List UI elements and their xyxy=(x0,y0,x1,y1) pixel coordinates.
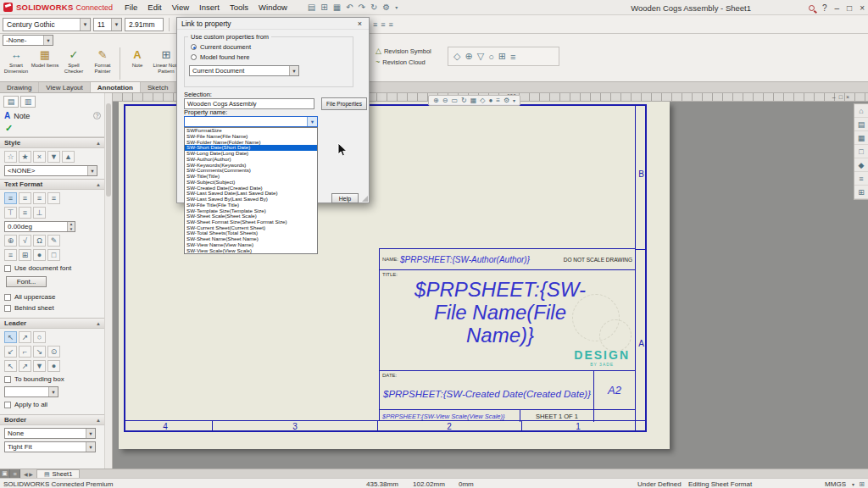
leader-icon[interactable]: ↗ xyxy=(19,331,31,343)
design-library-icon[interactable]: ▤ xyxy=(854,118,868,131)
panel-scrollbar[interactable] xyxy=(104,93,112,469)
to-bounding-box-checkbox[interactable]: To bounding box xyxy=(4,375,101,383)
border-fit-combo[interactable]: Tight Fit ▼ xyxy=(4,441,96,452)
no-leader-icon[interactable]: ○ xyxy=(33,331,46,343)
format-painter-button[interactable]: ✎ Format Painter xyxy=(88,47,117,75)
align-middle-icon[interactable]: ≡ xyxy=(19,207,31,219)
spell-checker-button[interactable]: ✓ Spell Checker xyxy=(59,47,88,75)
revision-cloud-button[interactable]: ~ Revision Cloud xyxy=(376,58,431,66)
scrollbar-thumb[interactable] xyxy=(106,103,111,197)
auto-leader-icon[interactable]: ↖ xyxy=(4,331,17,343)
link-to-property-icon[interactable]: √ xyxy=(19,235,31,247)
appearance-icon[interactable]: ≡ xyxy=(496,97,500,104)
rebuild-icon[interactable]: ↻ xyxy=(370,3,377,12)
doc-close-icon[interactable]: × xyxy=(846,94,849,100)
font-button[interactable]: Font... xyxy=(6,276,47,287)
align-left-icon[interactable]: ≡ xyxy=(4,192,17,204)
title-block[interactable]: NAME: $PRPSHEET:{SW-Author(Author)} DO N… xyxy=(379,248,636,421)
indent-icon[interactable]: ⊞ xyxy=(19,249,31,261)
chevron-down-icon[interactable]: ▼ xyxy=(43,36,53,45)
sheet-list-icon[interactable]: ≡ xyxy=(10,469,20,478)
maximize-icon[interactable]: □ xyxy=(847,3,852,13)
menu-item[interactable]: View xyxy=(167,3,194,12)
status-grid-icon[interactable]: ⊞ xyxy=(859,479,865,488)
note-button[interactable]: A Note xyxy=(123,47,152,69)
scale-property-text[interactable]: $PRPSHEET:{SW-View Scale(View Scale)} xyxy=(382,413,505,420)
no-favorite-icon[interactable]: ☆ xyxy=(4,151,17,163)
current-document-radio[interactable]: Current document xyxy=(191,43,251,51)
zoom-sheet-icon[interactable]: ▭ xyxy=(451,97,458,104)
hide-show-icon[interactable]: ● xyxy=(488,97,492,104)
stack-icon[interactable]: □ xyxy=(47,249,60,261)
center-mark-icon[interactable]: ⊞ xyxy=(498,51,506,62)
text-format-section-header[interactable]: Text Format ▲ xyxy=(0,179,105,190)
border-section-header[interactable]: Border ▲ xyxy=(0,414,105,425)
help-button[interactable]: Help xyxy=(331,193,359,203)
property-name-combo[interactable]: ▼ xyxy=(184,116,318,127)
save-icon[interactable]: ⊞ xyxy=(320,3,327,12)
datum-feature-icon[interactable]: ◇ xyxy=(453,51,460,62)
chevron-down-icon[interactable]: ▼ xyxy=(307,117,317,126)
arrow-style-combo[interactable]: ▼ xyxy=(4,386,58,397)
help-icon[interactable]: ? xyxy=(822,3,827,13)
configuration-tab[interactable]: ▥ xyxy=(20,96,36,108)
custom-properties-icon[interactable]: ≡ xyxy=(854,172,868,186)
font-family-combo[interactable]: Century Gothic ▼ xyxy=(3,18,91,31)
menu-item[interactable]: File xyxy=(120,3,142,12)
quickbar-dropdown-icon[interactable]: ▾ xyxy=(395,4,398,10)
bent-leader-icon[interactable]: ⌐ xyxy=(19,346,31,358)
menu-item[interactable]: Window xyxy=(253,3,292,12)
use-document-font-checkbox[interactable]: Use document font xyxy=(4,264,101,272)
spin-down-icon[interactable]: ▼ xyxy=(68,227,75,232)
all-uppercase-checkbox[interactable]: All uppercase xyxy=(4,293,101,301)
lock-note-icon[interactable]: ✎ xyxy=(47,235,60,247)
chevron-down-icon[interactable]: ▼ xyxy=(86,442,95,452)
doc-minimize-icon[interactable]: – xyxy=(832,94,836,100)
sheet-nav-arrows[interactable]: ◀ ▶ xyxy=(20,469,36,478)
tab-view-layout[interactable]: View Layout xyxy=(39,82,90,92)
view-settings-icon[interactable]: ⚙ xyxy=(504,97,509,104)
save-favorite-icon[interactable]: ▼ xyxy=(47,151,60,163)
zoom-area-icon[interactable]: ⊖ xyxy=(442,97,448,104)
home-tab-icon[interactable]: ⌂ xyxy=(854,104,868,118)
tab-annotation[interactable]: Annotation xyxy=(91,82,141,92)
style-section-header[interactable]: Style ▲ xyxy=(0,137,105,148)
align-right-icon[interactable]: ≡ xyxy=(389,20,393,29)
align-center-icon[interactable]: ≡ xyxy=(381,20,385,29)
number-format-icon[interactable]: ≡ xyxy=(4,249,17,261)
file-properties-button[interactable]: File Properties xyxy=(321,97,367,110)
align-right-icon[interactable]: ≡ xyxy=(33,192,46,204)
arrow-style-icon[interactable]: ▼ xyxy=(33,360,46,372)
print-icon[interactable]: ▦ xyxy=(333,3,341,12)
border-style-combo[interactable]: None ▼ xyxy=(4,428,96,439)
appearances-icon[interactable]: ◆ xyxy=(854,158,868,172)
minimize-icon[interactable]: – xyxy=(835,3,840,13)
display-style-icon[interactable]: ◇ xyxy=(480,97,485,104)
units-dropdown-icon[interactable]: ▾ xyxy=(852,479,854,488)
leader-nearest-icon[interactable]: ↗ xyxy=(19,360,31,372)
property-manager-tab[interactable]: ▤ xyxy=(3,96,19,108)
file-explorer-icon[interactable]: ▦ xyxy=(854,131,868,145)
view-sketch-icon[interactable]: ▦ xyxy=(470,97,477,104)
add-symbol-icon[interactable]: Ω xyxy=(33,235,46,247)
open-icon[interactable]: ▤ xyxy=(308,3,315,12)
chevron-down-icon[interactable]: ▼ xyxy=(87,166,97,175)
chevron-down-icon[interactable]: ▼ xyxy=(86,429,95,438)
forum-icon[interactable]: ⊞ xyxy=(854,186,868,199)
apply-to-all-checkbox[interactable]: Apply to all xyxy=(4,401,101,408)
title-property-text[interactable]: $PRPSHEET:{SW-File Name(File Name)} xyxy=(410,279,590,347)
chevron-down-icon[interactable]: ▾ xyxy=(513,97,515,103)
view-palette-icon[interactable]: □ xyxy=(854,145,868,158)
options-gear-icon[interactable]: ⚙ xyxy=(382,3,390,12)
redo-icon[interactable]: ↷ xyxy=(359,3,365,12)
bullet-icon[interactable]: ● xyxy=(33,249,46,261)
close-icon[interactable]: × xyxy=(355,19,364,28)
dialog-titlebar[interactable]: Link to property × xyxy=(177,18,369,30)
straight-leader-icon[interactable]: ↙ xyxy=(4,346,17,358)
status-units[interactable]: MMGS xyxy=(825,479,846,488)
load-favorite-icon[interactable]: ▲ xyxy=(62,151,75,163)
chevron-down-icon[interactable]: ▼ xyxy=(80,19,90,30)
dot-style-icon[interactable]: ● xyxy=(47,360,60,372)
resize-grip-icon[interactable] xyxy=(362,196,368,202)
leader-left-icon[interactable]: ⊙ xyxy=(47,346,60,358)
